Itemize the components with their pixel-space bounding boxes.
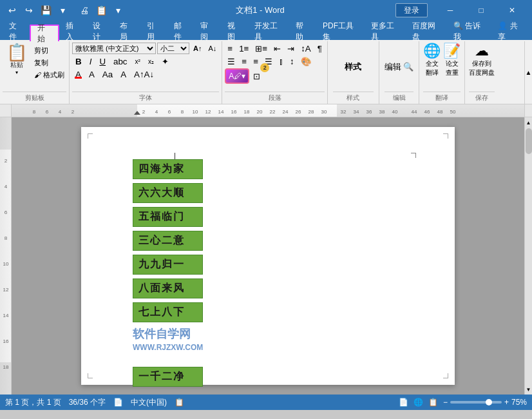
edit-group: 编辑 🔍 编辑 xyxy=(379,41,420,104)
grow-font-button[interactable]: A↑ xyxy=(191,43,204,54)
edit-button[interactable]: 编辑 🔍 xyxy=(385,61,414,73)
restore-btn[interactable]: □ xyxy=(466,0,496,21)
char-count: 36/36 个字 xyxy=(69,397,106,408)
font-aa2[interactable]: A xyxy=(117,68,129,80)
review-icon: 📝 xyxy=(443,43,461,59)
bullet-list-button[interactable]: ≡ xyxy=(225,43,235,54)
align-right-button[interactable]: ≡ xyxy=(251,55,261,67)
increase-indent-button[interactable]: ⇥ xyxy=(285,43,297,54)
tab-review[interactable]: 审阅 xyxy=(194,23,221,40)
svg-text:32: 32 xyxy=(341,109,347,115)
zoom-slider[interactable] xyxy=(450,401,502,404)
svg-text:8: 8 xyxy=(4,235,7,241)
font-color-button[interactable]: A xyxy=(72,68,84,80)
tab-file[interactable]: 文件 xyxy=(3,23,30,40)
scroll-thumb[interactable] xyxy=(526,128,532,154)
tab-more[interactable]: 更多工具 xyxy=(365,23,406,40)
cut-button[interactable]: 剪切 xyxy=(32,45,66,56)
svg-rect-2 xyxy=(337,104,524,117)
view-outline-icon[interactable]: 📋 xyxy=(428,398,438,407)
zoom-slider-thumb xyxy=(486,399,492,405)
show-hide-button[interactable]: ¶ xyxy=(315,43,325,54)
undo-btn[interactable]: ↩ xyxy=(5,3,19,17)
redo-btn[interactable]: ↪ xyxy=(22,3,36,17)
clear-format-button[interactable]: ✦ xyxy=(158,55,172,67)
tab-share[interactable]: 👤 共享 xyxy=(491,23,529,40)
align-left-button[interactable]: ☰ xyxy=(225,55,238,67)
view-normal-icon[interactable]: 📄 xyxy=(399,398,408,407)
superscript-button[interactable]: x² xyxy=(132,55,144,67)
login-button[interactable]: 登录 xyxy=(395,3,428,17)
paste-button[interactable]: 📋 粘贴 ▾ xyxy=(3,43,31,92)
copy-button[interactable]: 复制 xyxy=(32,57,66,68)
strikethrough-button[interactable]: abc xyxy=(110,55,131,67)
zoom-out-button[interactable]: − xyxy=(443,398,448,407)
column-button[interactable]: ⫿ xyxy=(276,55,286,67)
qat-extra1[interactable]: 🖨 xyxy=(77,3,91,17)
decrease-indent-button[interactable]: ⇤ xyxy=(271,43,283,54)
save-quick-btn[interactable]: 💾 xyxy=(39,3,53,17)
qat-extra3[interactable]: ▾ xyxy=(111,3,125,17)
tab-insert[interactable]: 插入 xyxy=(59,23,86,40)
font-name-select[interactable]: 微软雅黑 (中文正文) xyxy=(72,43,156,54)
tab-home[interactable]: 开始 xyxy=(30,24,59,41)
format-painter-button[interactable]: 🖌 格式刷 xyxy=(32,70,66,81)
view-web-icon[interactable]: 🌐 xyxy=(413,398,423,407)
text-highlight-button[interactable]: A🖊▾ xyxy=(225,68,249,84)
doc-scroll-area[interactable]: 四海为家 六六大顺 五福临门 三心二意 九九归一 八面来风 七上八下 软件自学网… xyxy=(12,117,524,395)
watermark-text: 软件自学网 WWW.RJZXW.COM xyxy=(133,326,203,353)
paper-review-button[interactable]: 📝 论文 查重 xyxy=(443,43,461,92)
save-label2: 百度网盘 xyxy=(469,68,495,77)
border-button[interactable]: ⊡ xyxy=(251,70,263,82)
scroll-up-button[interactable]: ▲ xyxy=(525,117,532,128)
styles-list-button[interactable]: 样式 xyxy=(345,61,361,73)
numbered-list-button[interactable]: 1≡ xyxy=(236,43,251,54)
font-size-select[interactable]: 小二 xyxy=(157,43,189,54)
tab-dev[interactable]: 开发工具 xyxy=(248,23,289,40)
tab-search[interactable]: 🔍 告诉我 xyxy=(447,23,492,40)
highlight-color-button[interactable]: A xyxy=(86,68,98,80)
tab-references[interactable]: 引用 xyxy=(140,23,167,40)
shrink-font-button[interactable]: A↓ xyxy=(206,43,220,54)
bold-button[interactable]: B xyxy=(72,55,85,67)
align-row: ☰ ≡ ≡ ☰ ⫿ ↕ 🎨 xyxy=(225,55,325,67)
text-block-5: 八面来风 xyxy=(133,278,203,298)
tab-design[interactable]: 设计 xyxy=(86,23,113,40)
tab-pdf[interactable]: PDF工具集 xyxy=(316,23,365,40)
save-baidu-button[interactable]: ☁ 保存到 百度网盘 xyxy=(469,43,495,92)
paste-dropdown[interactable]: ▾ xyxy=(15,70,18,75)
tab-layout[interactable]: 布局 xyxy=(113,23,140,40)
close-btn[interactable]: ✕ xyxy=(497,0,527,21)
qat-more[interactable]: ▾ xyxy=(55,3,70,17)
underline-button[interactable]: U xyxy=(96,55,109,67)
paste-icon: 📋 xyxy=(6,44,27,61)
minimize-btn[interactable]: ─ xyxy=(435,0,465,21)
subscript-button[interactable]: x₂ xyxy=(145,55,157,67)
titlebar: ↩ ↪ 💾 ▾ 🖨 📋 ▾ 文档1 - Word 登录 ─ □ ✕ xyxy=(0,0,532,21)
tab-view[interactable]: 视图 xyxy=(221,23,248,40)
qat-extra2[interactable]: 📋 xyxy=(94,3,108,17)
titlebar-title: 文档1 - Word xyxy=(125,5,395,16)
line-spacing-button[interactable]: ↕ xyxy=(287,55,297,67)
watermark-line1: 软件自学网 xyxy=(133,326,203,342)
italic-button[interactable]: I xyxy=(86,55,95,67)
shading-button[interactable]: 🎨 xyxy=(298,55,314,67)
svg-text:14: 14 xyxy=(3,313,8,318)
multilevel-list-button[interactable]: ⊞≡ xyxy=(252,43,270,54)
vertical-scrollbar[interactable]: ▲ ▼ xyxy=(524,117,532,395)
font-aa3[interactable]: A↑A↓ xyxy=(131,68,157,80)
font-size-aa[interactable]: Aa xyxy=(99,68,116,80)
fulltext-translate-button[interactable]: 🌐 全文 翻译 xyxy=(423,43,441,92)
tab-mail[interactable]: 邮件 xyxy=(167,23,195,40)
tab-help[interactable]: 帮助 xyxy=(289,23,316,40)
font-group: 微软雅黑 (中文正文) 小二 A↑ A↓ B I U abc x² x₂ ✦ A… xyxy=(70,41,222,104)
zoom-control: − + 75% xyxy=(443,398,527,407)
tab-baidu[interactable]: 百度网盘 xyxy=(406,23,447,40)
zoom-in-button[interactable]: + xyxy=(504,398,509,407)
ribbon-collapse-button[interactable]: ▲ xyxy=(524,41,532,104)
vertical-ruler-svg: 2 4 6 8 10 12 14 16 18 xyxy=(0,117,12,395)
sort-button[interactable]: ↕A xyxy=(298,43,314,54)
align-center-button[interactable]: ≡ xyxy=(239,55,249,67)
svg-text:10: 10 xyxy=(3,261,8,267)
scroll-down-button[interactable]: ▼ xyxy=(525,384,532,395)
